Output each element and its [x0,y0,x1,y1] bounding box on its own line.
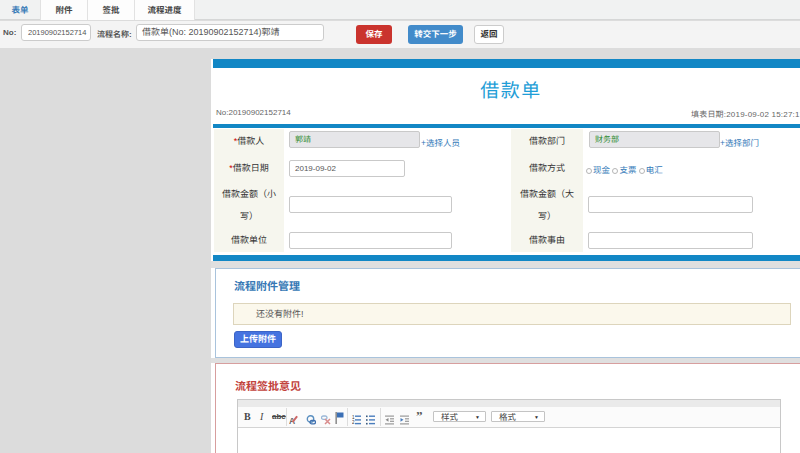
svg-text:2: 2 [352,420,355,425]
